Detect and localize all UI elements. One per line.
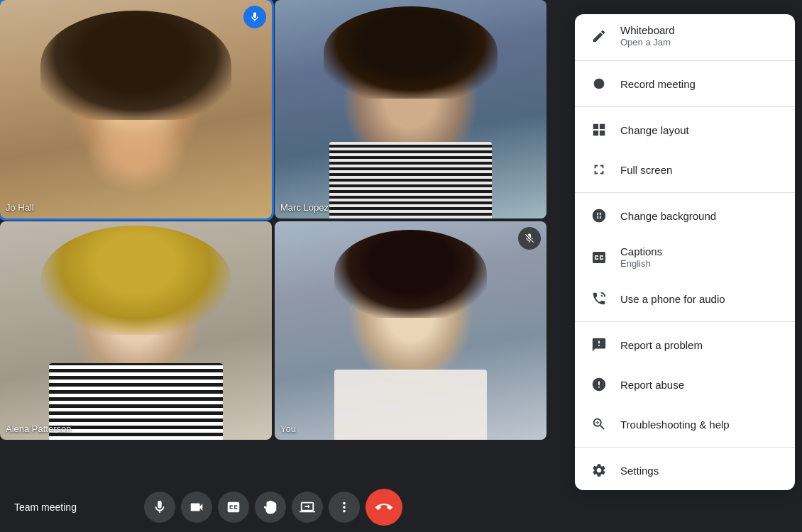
menu-item-change-layout[interactable]: Change layout xyxy=(575,110,795,150)
phone-audio-text: Use a phone for audio xyxy=(620,293,725,305)
settings-label: Settings xyxy=(620,465,659,477)
video-cell-jo: Jo Hall xyxy=(0,0,272,218)
divider-2 xyxy=(575,106,795,107)
divider-1 xyxy=(575,60,795,61)
phone-audio-icon xyxy=(589,289,609,309)
present-button[interactable] xyxy=(292,492,323,523)
muted-indicator xyxy=(518,227,541,250)
change-layout-icon xyxy=(589,120,609,140)
menu-item-fullscreen[interactable]: Full screen xyxy=(575,150,795,189)
captions-icon xyxy=(589,248,609,267)
video-grid: Jo Hall Marc Lopez Alena Patterson You xyxy=(0,0,546,440)
settings-text: Settings xyxy=(620,465,659,477)
camera-icon xyxy=(189,499,204,515)
divider-3 xyxy=(575,192,795,193)
captions-label: Captions xyxy=(620,245,662,257)
troubleshooting-label: Troubleshooting & help xyxy=(620,419,730,431)
raise-hand-icon xyxy=(263,499,278,515)
record-text: Record meeting xyxy=(620,78,696,90)
report-abuse-icon xyxy=(589,375,609,394)
more-icon xyxy=(336,499,352,515)
menu-item-report-abuse[interactable]: Report abuse xyxy=(575,365,795,404)
end-call-icon xyxy=(375,499,392,516)
raise-hand-button[interactable] xyxy=(255,492,286,523)
captions-button[interactable] xyxy=(218,492,249,523)
whiteboard-icon xyxy=(589,26,609,46)
settings-icon xyxy=(589,460,609,480)
svg-point-0 xyxy=(594,79,605,89)
captions-text: Captions English xyxy=(620,245,662,269)
fullscreen-text: Full screen xyxy=(620,164,672,176)
report-abuse-text: Report abuse xyxy=(620,379,684,391)
video-cell-marc: Marc Lopez xyxy=(275,0,546,218)
menu-item-change-background[interactable]: Change background xyxy=(575,196,795,235)
record-label: Record meeting xyxy=(620,78,696,90)
report-problem-text: Report a problem xyxy=(620,339,703,351)
change-layout-label: Change layout xyxy=(620,124,689,136)
more-options-button[interactable] xyxy=(329,492,360,523)
participant-name-you: You xyxy=(280,423,296,434)
toolbar: Team meeting xyxy=(0,482,546,532)
video-cell-alena: Alena Patterson xyxy=(0,221,272,440)
phone-audio-label: Use a phone for audio xyxy=(620,293,725,305)
change-background-icon xyxy=(589,206,609,226)
fullscreen-icon xyxy=(589,160,609,179)
change-layout-text: Change layout xyxy=(620,124,689,136)
mic-icon xyxy=(152,499,167,515)
end-call-button[interactable] xyxy=(366,489,402,526)
menu-item-settings[interactable]: Settings xyxy=(575,450,795,490)
menu-item-phone-audio[interactable]: Use a phone for audio xyxy=(575,279,795,318)
troubleshooting-icon xyxy=(589,414,609,434)
context-menu: Whiteboard Open a Jam Record meeting Cha… xyxy=(575,14,795,490)
cc-icon xyxy=(226,499,241,515)
video-cell-you: You xyxy=(275,221,546,440)
camera-button[interactable] xyxy=(181,492,212,523)
toolbar-controls xyxy=(144,489,402,526)
whiteboard-sublabel: Open a Jam xyxy=(620,37,675,48)
report-abuse-label: Report abuse xyxy=(620,379,684,391)
mic-button[interactable] xyxy=(144,492,175,523)
menu-item-whiteboard[interactable]: Whiteboard Open a Jam xyxy=(575,14,795,57)
menu-item-report-problem[interactable]: Report a problem xyxy=(575,325,795,365)
menu-item-record[interactable]: Record meeting xyxy=(575,64,795,104)
divider-4 xyxy=(575,321,795,322)
participant-name-marc: Marc Lopez xyxy=(280,202,329,213)
fullscreen-label: Full screen xyxy=(620,164,672,176)
whiteboard-label: Whiteboard xyxy=(620,24,675,36)
participant-name-jo: Jo Hall xyxy=(6,202,34,213)
report-problem-label: Report a problem xyxy=(620,339,703,351)
change-background-text: Change background xyxy=(620,210,716,222)
troubleshooting-text: Troubleshooting & help xyxy=(620,419,730,431)
active-speaker-indicator xyxy=(243,6,266,28)
divider-5 xyxy=(575,447,795,448)
menu-item-troubleshooting[interactable]: Troubleshooting & help xyxy=(575,404,795,444)
change-background-label: Change background xyxy=(620,210,716,222)
captions-sublabel: English xyxy=(620,258,662,269)
participant-name-alena: Alena Patterson xyxy=(6,423,72,434)
present-icon xyxy=(300,499,315,515)
report-problem-icon xyxy=(589,335,609,355)
whiteboard-text: Whiteboard Open a Jam xyxy=(620,24,675,48)
record-icon xyxy=(589,74,609,94)
menu-item-captions[interactable]: Captions English xyxy=(575,235,795,279)
